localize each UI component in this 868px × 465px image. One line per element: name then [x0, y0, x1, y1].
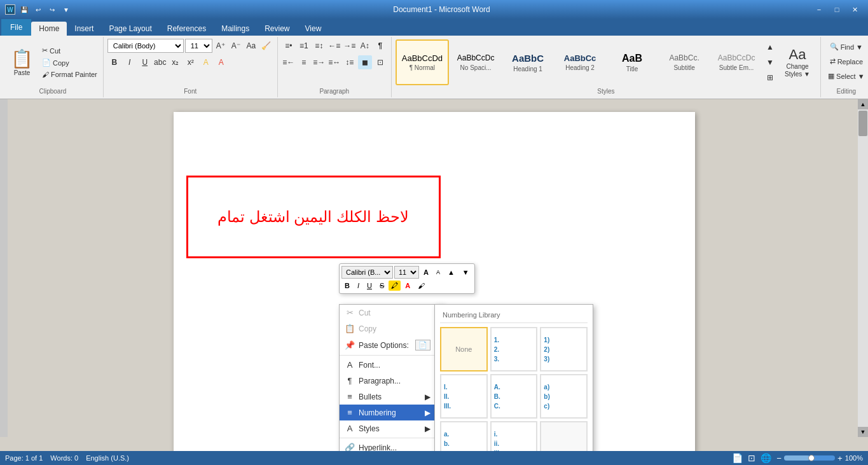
shading-button[interactable]: ◼: [358, 55, 372, 69]
mini-format-button[interactable]: 🖌: [415, 280, 428, 291]
mini-font-family[interactable]: Calibri (B...: [341, 266, 393, 279]
ctx-paragraph[interactable]: ¶ Paragraph...: [340, 373, 443, 389]
num-cell-abc-paren[interactable]: a) b) c): [540, 374, 588, 419]
scroll-thumb[interactable]: [858, 111, 867, 136]
style-title[interactable]: AaB Title: [607, 39, 658, 85]
ctx-numbering[interactable]: ≡ Numbering ▶: [340, 405, 443, 420]
tab-view[interactable]: View: [298, 22, 329, 36]
show-hide-button[interactable]: ¶: [373, 39, 387, 53]
style-subtle-em[interactable]: AaBbCcDc Subtle Em...: [711, 39, 762, 85]
ctx-bullets[interactable]: ≡ Bullets ▶: [340, 389, 443, 405]
save-button[interactable]: 💾: [18, 3, 31, 16]
ctx-paste-options[interactable]: 📌 Paste Options: 📄: [340, 337, 443, 354]
mini-strikethrough-button[interactable]: S: [376, 280, 387, 291]
mini-bold-button[interactable]: B: [341, 280, 353, 291]
qa-dropdown-button[interactable]: ▼: [60, 3, 72, 16]
line-spacing-button[interactable]: ↕≡: [343, 55, 357, 69]
select-button[interactable]: ▦ Select ▼: [825, 70, 868, 82]
text-highlight-button[interactable]: A: [199, 55, 213, 69]
scroll-up-button[interactable]: ▲: [858, 99, 868, 109]
superscript-button[interactable]: x²: [184, 55, 198, 69]
shrink-font-button[interactable]: A⁻: [229, 39, 243, 53]
change-styles-button[interactable]: Aa ChangeStyles ▼: [778, 39, 816, 85]
num-cell-empty[interactable]: [540, 421, 588, 451]
style-no-spacing[interactable]: AaBbCcDc No Spaci...: [450, 39, 501, 85]
find-button[interactable]: 🔍 Find ▼: [825, 41, 868, 53]
mini-font-size[interactable]: 11: [394, 266, 419, 279]
styles-scroll-down[interactable]: ▼: [763, 55, 777, 69]
grow-font-button[interactable]: A⁺: [214, 39, 228, 53]
paste-button[interactable]: 📋 Paste: [5, 38, 39, 87]
italic-button[interactable]: I: [123, 55, 137, 69]
mini-grow-button[interactable]: A: [420, 267, 432, 278]
undo-button[interactable]: ↩: [32, 3, 45, 16]
view-print-button[interactable]: 📄: [732, 453, 743, 463]
paste-icon-option[interactable]: 📄: [415, 340, 431, 350]
tab-page-layout[interactable]: Page Layout: [101, 22, 159, 36]
clear-format-button[interactable]: 🧹: [259, 39, 273, 53]
font-color-button[interactable]: A: [214, 55, 228, 69]
zoom-out-button[interactable]: −: [776, 454, 782, 463]
tab-file[interactable]: File: [1, 19, 31, 36]
change-case-button[interactable]: Aa: [244, 39, 258, 53]
redo-button[interactable]: ↪: [46, 3, 59, 16]
decrease-indent-button[interactable]: ←≡: [327, 39, 341, 53]
borders-button[interactable]: ⊡: [373, 55, 387, 69]
num-cell-123paren[interactable]: 1) 2) 3): [540, 327, 588, 371]
view-web-button[interactable]: 🌐: [761, 453, 771, 463]
mini-decrease-button[interactable]: ▼: [459, 267, 472, 278]
num-cell-abc-dot[interactable]: a. b. c.: [440, 421, 488, 451]
sort-button[interactable]: A↕: [358, 39, 372, 53]
mini-font-color-button[interactable]: A: [402, 280, 413, 291]
subscript-button[interactable]: x₂: [169, 55, 183, 69]
underline-button[interactable]: U: [138, 55, 152, 69]
style-normal[interactable]: AaBbCcDd ¶ Normal: [396, 39, 449, 85]
mini-italic-button[interactable]: I: [354, 280, 362, 291]
mini-underline-button[interactable]: U: [364, 280, 375, 291]
cut-button[interactable]: ✂ Cut: [39, 45, 100, 56]
tab-mailings[interactable]: Mailings: [214, 22, 257, 36]
format-painter-button[interactable]: 🖌 Format Painter: [39, 69, 100, 80]
align-left-button[interactable]: ≡←: [282, 55, 296, 69]
style-heading1[interactable]: AaBbC Heading 1: [502, 39, 553, 85]
style-subtitle[interactable]: AaBbCc. Subtitle: [659, 39, 710, 85]
ctx-hyperlink[interactable]: 🔗 Hyperlink...: [340, 440, 443, 451]
view-fullscreen-button[interactable]: ⊡: [748, 453, 755, 463]
scrollbar-vertical[interactable]: ▲ ▼: [858, 99, 868, 437]
ctx-font[interactable]: A Font...: [340, 357, 443, 373]
multilevel-button[interactable]: ≡↕: [312, 39, 326, 53]
replace-button[interactable]: ⇄ Replace: [825, 55, 868, 67]
align-center-button[interactable]: ≡: [297, 55, 311, 69]
bold-button[interactable]: B: [107, 55, 121, 69]
ctx-styles[interactable]: A Styles ▶: [340, 420, 443, 436]
num-cell-roman-lower[interactable]: i. ii. iii.: [490, 421, 538, 451]
maximize-button[interactable]: □: [829, 3, 845, 16]
scroll-down-button[interactable]: ▼: [858, 427, 868, 437]
style-heading2[interactable]: AaBbCc Heading 2: [555, 39, 605, 85]
bullets-button[interactable]: ≡•: [282, 39, 296, 53]
justify-button[interactable]: ≡↔: [327, 55, 341, 69]
num-cell-roman[interactable]: I. II. III.: [440, 374, 488, 419]
minimize-button[interactable]: −: [811, 3, 827, 16]
num-cell-123[interactable]: 1. 2. 3.: [490, 327, 538, 371]
zoom-in-button[interactable]: +: [837, 454, 843, 463]
styles-expand[interactable]: ⊞: [763, 71, 777, 85]
tab-references[interactable]: References: [160, 22, 214, 36]
tab-insert[interactable]: Insert: [67, 22, 101, 36]
tab-review[interactable]: Review: [257, 22, 297, 36]
tab-home[interactable]: Home: [31, 22, 67, 36]
font-size-select[interactable]: 11: [185, 39, 212, 53]
close-button[interactable]: ✕: [846, 3, 863, 16]
mini-highlight-button[interactable]: 🖍: [389, 281, 401, 291]
ctx-cut[interactable]: ✂ Cut: [340, 305, 443, 321]
mini-shrink-button[interactable]: A: [433, 267, 443, 277]
num-cell-none[interactable]: None: [440, 327, 488, 371]
strikethrough-button[interactable]: abc: [153, 55, 167, 69]
align-right-button[interactable]: ≡→: [312, 55, 326, 69]
styles-scroll-up[interactable]: ▲: [763, 40, 777, 54]
increase-indent-button[interactable]: →≡: [343, 39, 357, 53]
ctx-copy[interactable]: 📋 Copy: [340, 321, 443, 337]
zoom-slider-thumb[interactable]: [808, 455, 815, 461]
numbering-button[interactable]: ≡1: [297, 39, 311, 53]
copy-button[interactable]: 📄 Copy: [39, 57, 100, 68]
